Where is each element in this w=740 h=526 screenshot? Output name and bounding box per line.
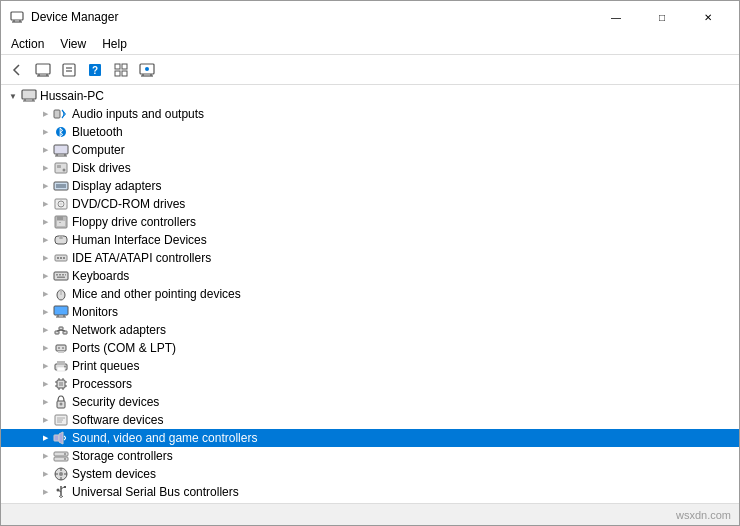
menu-help[interactable]: Help: [94, 35, 135, 53]
svg-line-69: [57, 330, 61, 331]
expander[interactable]: ▶: [37, 358, 53, 374]
toolbar-back-btn[interactable]: [5, 58, 29, 82]
item-label: Keyboards: [72, 269, 129, 283]
minimize-button[interactable]: —: [593, 1, 639, 33]
list-item[interactable]: ▶ IDE ATA/ATAPI controllers: [1, 249, 739, 267]
status-bar: wsxdn.com: [1, 503, 739, 525]
item-label: Mice and other pointing devices: [72, 287, 241, 301]
expander[interactable]: ▶: [37, 196, 53, 212]
toolbar-computer-btn[interactable]: [31, 58, 55, 82]
list-item[interactable]: ▶ Processors: [1, 375, 739, 393]
item-label: Disk drives: [72, 161, 131, 175]
monitor-icon: [53, 304, 69, 320]
svg-rect-0: [11, 12, 23, 20]
svg-rect-14: [122, 64, 127, 69]
svg-rect-80: [59, 382, 63, 386]
expander[interactable]: ▶: [37, 124, 53, 140]
expander[interactable]: ▶: [37, 484, 53, 500]
item-label: Processors: [72, 377, 132, 391]
item-label: System devices: [72, 467, 156, 481]
status-text: wsxdn.com: [676, 509, 731, 521]
item-label: Audio inputs and outputs: [72, 107, 204, 121]
list-item[interactable]: ▶ System devices: [1, 465, 739, 483]
expander[interactable]: ▶: [37, 142, 53, 158]
expander[interactable]: ▶: [37, 322, 53, 338]
tree-root[interactable]: ▼ Hussain-PC: [1, 87, 739, 105]
close-button[interactable]: ✕: [685, 1, 731, 33]
computer-small-icon: [53, 142, 69, 158]
expander[interactable]: ▶: [37, 394, 53, 410]
expander[interactable]: ▶: [37, 466, 53, 482]
expander[interactable]: ▶: [37, 160, 53, 176]
list-item[interactable]: ▶ Display adapters: [1, 177, 739, 195]
svg-point-99: [64, 458, 66, 460]
list-item[interactable]: ▶ Universal Serial Bus controllers: [1, 483, 739, 501]
bluetooth-icon: ᛒ: [53, 124, 69, 140]
expander[interactable]: ▶: [37, 376, 53, 392]
expander[interactable]: ▶: [37, 412, 53, 428]
print-icon: [53, 358, 69, 374]
keyboard-icon: [53, 268, 69, 284]
svg-rect-57: [65, 274, 66, 276]
svg-rect-22: [22, 90, 36, 99]
list-item[interactable]: ▶ Software devices: [1, 411, 739, 429]
toolbar-monitor-btn[interactable]: [135, 58, 159, 82]
svg-rect-95: [54, 435, 59, 441]
toolbar-properties-btn[interactable]: [57, 58, 81, 82]
svg-rect-71: [56, 345, 66, 351]
item-label: Security devices: [72, 395, 159, 409]
root-expander[interactable]: ▼: [5, 88, 21, 104]
svg-rect-52: [63, 257, 65, 259]
list-item[interactable]: ▶ Monitors: [1, 303, 739, 321]
list-item[interactable]: ▶ Disk drives: [1, 159, 739, 177]
software-icon: [53, 412, 69, 428]
toolbar-grid-btn[interactable]: [109, 58, 133, 82]
expander[interactable]: ▶: [37, 250, 53, 266]
window-controls: — □ ✕: [593, 1, 731, 33]
list-item[interactable]: ▶ Storage controllers: [1, 447, 739, 465]
expander[interactable]: ▶: [37, 430, 53, 446]
expander[interactable]: ▶: [37, 106, 53, 122]
svg-point-21: [145, 67, 149, 71]
item-label: Display adapters: [72, 179, 161, 193]
list-item[interactable]: ▶ Keyboards: [1, 267, 739, 285]
svg-rect-50: [57, 257, 59, 259]
list-item[interactable]: ▶ Security devices: [1, 393, 739, 411]
list-item[interactable]: ▶ Mice and other pointing devices: [1, 285, 739, 303]
expander[interactable]: ▶: [37, 448, 53, 464]
list-item[interactable]: ▶ Print queues: [1, 357, 739, 375]
expander[interactable]: ▶: [37, 214, 53, 230]
title-bar-left: Device Manager: [9, 9, 593, 25]
app-icon: [9, 9, 25, 25]
expander[interactable]: ▶: [37, 304, 53, 320]
svg-rect-8: [63, 64, 75, 76]
item-label: Human Interface Devices: [72, 233, 207, 247]
expander[interactable]: ▶: [37, 268, 53, 284]
list-item[interactable]: ▶ Network adapters: [1, 321, 739, 339]
mouse-icon: [53, 286, 69, 302]
list-item[interactable]: ▶ Sound, video and game controllers: [1, 429, 739, 447]
svg-rect-34: [57, 165, 61, 168]
list-item[interactable]: ▶ DVD/CD-ROM drives: [1, 195, 739, 213]
maximize-button[interactable]: □: [639, 1, 685, 33]
expander[interactable]: ▶: [37, 340, 53, 356]
list-item[interactable]: ▶ ᛒ Bluetooth: [1, 123, 739, 141]
list-item[interactable]: ▶ Floppy drive controllers: [1, 213, 739, 231]
root-label: Hussain-PC: [40, 89, 104, 103]
menu-view[interactable]: View: [52, 35, 94, 53]
list-item[interactable]: ▶ Computer: [1, 141, 739, 159]
list-item[interactable]: ▶ Human Interface Devices: [1, 231, 739, 249]
svg-rect-77: [57, 367, 65, 371]
menu-action[interactable]: Action: [3, 35, 52, 53]
device-tree[interactable]: ▼ Hussain-PC ▶ Audio inpu: [1, 85, 739, 503]
list-item[interactable]: ▶ Audio inputs and outputs: [1, 105, 739, 123]
item-label: Monitors: [72, 305, 118, 319]
storage-icon: [53, 448, 69, 464]
expander[interactable]: ▶: [37, 232, 53, 248]
toolbar-help-btn[interactable]: ?: [83, 58, 107, 82]
list-item[interactable]: ▶ Ports (COM & LPT): [1, 339, 739, 357]
floppy-icon: [53, 214, 69, 230]
expander[interactable]: ▶: [37, 286, 53, 302]
svg-point-35: [63, 169, 66, 172]
expander[interactable]: ▶: [37, 178, 53, 194]
